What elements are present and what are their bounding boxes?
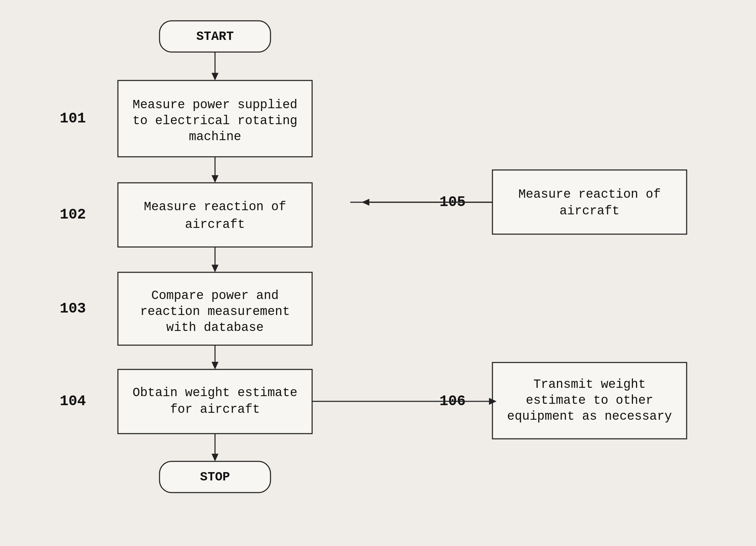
box-102-line1: Measure reaction of (144, 200, 286, 214)
box-102 (118, 183, 312, 247)
box-101-line3: machine (189, 130, 241, 144)
svg-marker-5 (212, 265, 218, 272)
box-106-line3: equipment as necessary (507, 409, 672, 424)
box-104-line1: Obtain weight estimate (132, 386, 297, 400)
label-104: 104 (60, 393, 86, 410)
svg-marker-9 (212, 454, 218, 461)
box-101-line1: Measure power supplied (132, 98, 297, 112)
box-103-line1: Compare power and (151, 289, 278, 303)
box-103-line3: with database (166, 321, 264, 335)
svg-marker-3 (212, 175, 218, 183)
diagram-container: START Measure power supplied to electric… (0, 0, 756, 546)
start-label: START (196, 29, 234, 44)
box-105 (492, 170, 687, 234)
label-101: 101 (60, 110, 86, 127)
box-106-line1: Transmit weight (533, 377, 646, 392)
box-105-line2: aircraft (560, 204, 620, 218)
box-106-line2: estimate to other (526, 393, 653, 408)
stop-label: STOP (200, 470, 230, 484)
svg-marker-12 (362, 199, 369, 206)
box-102-line2: aircraft (185, 217, 245, 232)
label-103: 103 (60, 300, 86, 317)
box-104-line2: for aircraft (170, 402, 260, 417)
svg-marker-7 (212, 362, 218, 369)
box-101-line2: to electrical rotating (132, 114, 297, 128)
box-104 (118, 369, 312, 434)
label-102: 102 (60, 206, 86, 223)
svg-marker-1 (212, 73, 218, 80)
box-105-line1: Measure reaction of (518, 187, 661, 202)
box-103-line2: reaction measurement (140, 305, 290, 319)
